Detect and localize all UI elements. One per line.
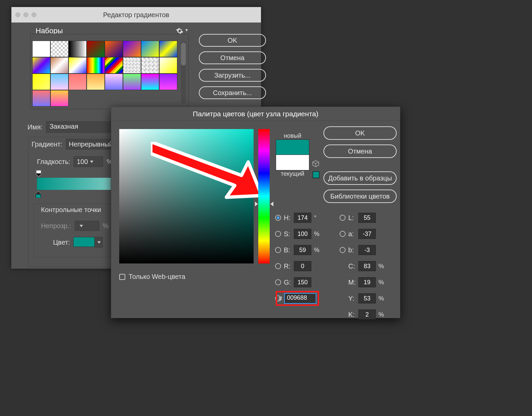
preset-swatch[interactable] — [87, 74, 105, 90]
label-m: M: — [348, 279, 356, 286]
preset-swatch[interactable] — [159, 74, 177, 90]
percent-unit: % — [379, 311, 384, 318]
yellow-input[interactable]: 53 — [358, 293, 376, 303]
percent-unit: % — [314, 231, 319, 238]
chevron-down-icon — [90, 161, 93, 163]
percent-unit: % — [314, 247, 319, 254]
color-picker-cancel-button[interactable]: Отмена — [323, 144, 397, 158]
ok-button[interactable]: OK — [199, 34, 266, 47]
preset-swatch[interactable] — [159, 57, 177, 74]
label-s: S: — [284, 230, 291, 238]
label-labb: b: — [348, 246, 356, 254]
preset-swatch[interactable] — [141, 74, 159, 90]
gamut-warning-icon[interactable] — [312, 160, 319, 169]
current-color-label: текущий — [276, 170, 309, 177]
color-stop[interactable] — [35, 191, 42, 199]
current-color-swatch[interactable] — [276, 155, 309, 170]
opacity-stop[interactable] — [36, 170, 42, 176]
preset-swatch[interactable] — [69, 74, 87, 90]
cyan-input[interactable]: 83 — [358, 261, 376, 271]
label-b: B: — [284, 246, 291, 254]
preset-swatch[interactable] — [123, 74, 141, 90]
green-radio[interactable] — [275, 279, 281, 285]
color-picker-ok-button[interactable]: OK — [323, 126, 397, 140]
add-to-swatches-button[interactable]: Добавить в образцы — [323, 171, 397, 185]
color-field[interactable] — [119, 129, 254, 263]
preset-swatch[interactable] — [141, 57, 159, 74]
web-only-checkbox[interactable] — [119, 274, 125, 280]
preset-swatch[interactable] — [105, 41, 123, 57]
new-color-label: новый — [276, 132, 309, 139]
hue-input[interactable]: 174 — [294, 213, 311, 223]
label-a: a: — [348, 230, 356, 238]
hex-input[interactable]: 009688 — [284, 293, 316, 304]
cancel-button[interactable]: Отмена — [199, 51, 266, 64]
stop-color-swatch[interactable] — [73, 237, 95, 247]
save-button[interactable]: Сохранить... — [199, 86, 266, 99]
opacity-label: Непрозр.: — [41, 222, 71, 230]
opacity-unit: % — [103, 222, 109, 230]
web-only-label: Только Web-цвета — [129, 273, 185, 281]
chevron-down-icon — [97, 241, 101, 244]
label-c: C: — [348, 262, 356, 270]
smoothness-input[interactable]: 100 — [74, 156, 103, 167]
opacity-input[interactable] — [75, 221, 99, 231]
preset-swatch[interactable] — [69, 57, 87, 74]
gradient-editor-buttons: OK Отмена Загрузить... Сохранить... — [199, 34, 266, 99]
lab-l-input[interactable]: 55 — [358, 213, 376, 223]
hue-radio[interactable] — [275, 215, 281, 221]
stop-color-dropdown[interactable] — [95, 237, 103, 248]
lab-a-input[interactable]: -37 — [358, 229, 376, 239]
preset-swatch[interactable] — [123, 57, 141, 74]
preset-swatch[interactable] — [50, 57, 69, 74]
preset-swatch[interactable] — [87, 57, 105, 74]
hue-slider[interactable] — [258, 129, 270, 263]
new-color-swatch — [276, 139, 309, 155]
color-label: Цвет: — [53, 239, 70, 246]
hex-highlight: # 009688 — [276, 291, 319, 306]
preset-swatch[interactable] — [32, 74, 50, 90]
scroll-thumb[interactable] — [181, 43, 186, 66]
lab-b-input[interactable]: -3 — [358, 245, 376, 255]
preset-swatch[interactable] — [50, 90, 69, 107]
hue-indicator-right-icon — [270, 202, 273, 206]
color-picker-title: Палитра цветов (цвет узла градиента) — [111, 107, 400, 121]
preset-swatch[interactable] — [50, 41, 69, 57]
preset-swatch[interactable] — [69, 41, 87, 57]
red-input[interactable]: 0 — [294, 261, 311, 271]
magenta-input[interactable]: 19 — [358, 277, 376, 287]
preset-swatch[interactable] — [105, 74, 123, 90]
percent-unit: % — [379, 295, 384, 302]
preset-swatch[interactable] — [32, 90, 50, 107]
saturation-radio[interactable] — [275, 231, 281, 237]
svg-rect-1 — [36, 170, 41, 173]
saturation-input[interactable]: 100 — [294, 229, 311, 239]
lab-b-radio[interactable] — [340, 247, 346, 253]
hue-indicator-left-icon — [255, 202, 258, 206]
preset-swatch[interactable] — [87, 41, 105, 57]
red-radio[interactable] — [275, 263, 281, 269]
gradient-editor-title: Редактор градиентов — [11, 11, 261, 19]
lab-a-radio[interactable] — [340, 231, 346, 237]
gear-icon — [176, 27, 183, 35]
lab-l-radio[interactable] — [340, 215, 346, 221]
degree-unit: ° — [314, 214, 319, 221]
green-input[interactable]: 150 — [294, 277, 311, 287]
color-field-cursor[interactable] — [249, 184, 255, 190]
black-input[interactable]: 2 — [358, 309, 376, 320]
percent-unit: % — [379, 263, 384, 270]
brightness-radio[interactable] — [275, 247, 281, 253]
color-libraries-button[interactable]: Библиотеки цветов — [323, 190, 397, 203]
preset-swatch[interactable] — [32, 41, 50, 57]
preset-swatch[interactable] — [105, 57, 123, 74]
presets-scrollbar[interactable] — [181, 41, 186, 104]
gradient-type-value: Непрерывный — [69, 140, 113, 148]
brightness-input[interactable]: 59 — [294, 245, 311, 255]
preset-swatch[interactable] — [32, 57, 50, 74]
preset-swatch[interactable] — [141, 41, 159, 57]
load-button[interactable]: Загрузить... — [199, 69, 266, 82]
preset-swatch[interactable] — [50, 74, 69, 90]
preset-swatch[interactable] — [123, 41, 141, 57]
preset-swatch[interactable] — [159, 41, 177, 57]
nearest-web-safe-swatch[interactable] — [313, 171, 319, 178]
